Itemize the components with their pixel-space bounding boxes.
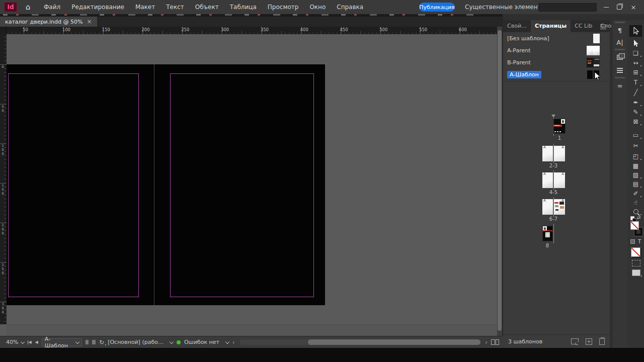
page-number-label[interactable]: 4-5 bbox=[549, 190, 557, 195]
parent-thumbnail[interactable] bbox=[593, 34, 600, 43]
rectangle-tool[interactable]: ▭ bbox=[627, 131, 644, 140]
new-page-icon[interactable] bbox=[586, 338, 592, 345]
last-spread-button[interactable]: ▶ bbox=[92, 340, 96, 344]
note-tool[interactable]: ▤ bbox=[627, 179, 644, 189]
scissors-tool[interactable]: ✂ bbox=[627, 141, 644, 150]
edit-page-size-icon[interactable] bbox=[571, 338, 579, 344]
gradient-swatch-tool-glyph: ▩ bbox=[633, 163, 638, 169]
parent-row[interactable]: B-Parent bbox=[503, 56, 610, 68]
hand-tool[interactable]: ☝ bbox=[627, 198, 644, 207]
preflight-profile[interactable]: [Основной] (рабо… bbox=[108, 339, 164, 345]
page-tool[interactable]: ❏ bbox=[627, 49, 644, 58]
zoom-tool[interactable] bbox=[627, 207, 644, 216]
panel-menu-icon[interactable] bbox=[600, 25, 606, 29]
formatting-affects-container-icon[interactable] bbox=[630, 239, 635, 244]
eyedropper-tool[interactable]: ✐ bbox=[627, 189, 644, 198]
document-canvas[interactable] bbox=[7, 34, 497, 336]
panel-tab-0[interactable]: Свой… bbox=[503, 20, 531, 32]
type-tool[interactable]: T bbox=[627, 78, 644, 87]
previous-spread-button[interactable]: ◀ bbox=[35, 340, 38, 344]
menu-item-4[interactable]: Объект bbox=[190, 0, 224, 14]
page-thumbnail[interactable]: B bbox=[542, 226, 553, 241]
fill-swatch[interactable] bbox=[630, 221, 639, 230]
menu-item-5[interactable]: Таблица bbox=[224, 0, 262, 14]
apply-none-button[interactable] bbox=[631, 247, 640, 257]
menu-item-1[interactable]: Редактирование bbox=[66, 0, 130, 14]
character-panel-icon[interactable]: A| bbox=[612, 37, 627, 47]
panel-tab-1[interactable]: Страницы bbox=[531, 20, 571, 32]
pasteboard-lower bbox=[7, 325, 497, 336]
menu-item-8[interactable]: Справка bbox=[331, 0, 369, 14]
page-thumbnail[interactable]: A bbox=[554, 146, 565, 161]
next-spread-button[interactable]: ▶ bbox=[86, 340, 89, 344]
page-number-label[interactable]: 6-7 bbox=[549, 216, 557, 222]
parent-row[interactable]: [Без шаблона] bbox=[503, 32, 610, 44]
page-number-label[interactable]: 2-3 bbox=[549, 163, 557, 168]
hand-tool-glyph: ☝ bbox=[634, 200, 637, 206]
first-spread-button[interactable]: ◀ bbox=[28, 340, 31, 344]
default-fill-stroke-icon[interactable] bbox=[630, 216, 634, 220]
paragraph-panel-icon[interactable]: ¶ bbox=[612, 25, 627, 35]
vruler-label: 200 bbox=[1, 223, 5, 235]
margin-guide-right bbox=[313, 73, 314, 297]
preflight-icon[interactable]: ↻ bbox=[99, 339, 104, 346]
page-select-dropdown[interactable]: А-Шаблон bbox=[42, 338, 82, 346]
panel-tab-2[interactable]: CC Lib bbox=[571, 20, 596, 32]
selection-tool[interactable] bbox=[629, 25, 642, 37]
minimize-button[interactable] bbox=[600, 0, 613, 14]
formatting-affects-text-icon[interactable]: T bbox=[638, 239, 641, 244]
page-number-label[interactable]: 8 bbox=[546, 243, 549, 248]
document-tab[interactable]: каталог двери.indd @ 50% × bbox=[0, 17, 97, 27]
screen-mode-button[interactable] bbox=[632, 269, 640, 276]
free-transform-tool[interactable]: ◰ bbox=[627, 152, 644, 161]
panel-group-header bbox=[615, 49, 625, 50]
page-thumbnail[interactable]: A bbox=[542, 199, 553, 215]
scroll-right-icon[interactable]: › bbox=[485, 339, 488, 345]
links-panel-icon[interactable]: ∞ bbox=[612, 80, 627, 90]
menu-item-3[interactable]: Текст bbox=[160, 0, 190, 14]
page-thumbnail[interactable]: A bbox=[554, 172, 565, 188]
parent-row[interactable]: A-Parent bbox=[503, 44, 610, 56]
menu-item-6[interactable]: Просмотр bbox=[262, 0, 304, 14]
pen-tool[interactable]: ✒ bbox=[627, 98, 644, 107]
publish-button[interactable]: Публикация bbox=[419, 3, 455, 12]
horizontal-scrollbar[interactable] bbox=[239, 339, 481, 345]
line-tool[interactable]: ╱ bbox=[627, 88, 644, 97]
home-icon[interactable]: ⌂ bbox=[26, 0, 31, 14]
zoom-lens-glyph bbox=[633, 209, 638, 214]
align-panel-icon[interactable] bbox=[612, 65, 627, 75]
zoom-level-control[interactable]: 40% bbox=[6, 339, 24, 345]
frame-tool[interactable]: ⊠ bbox=[627, 117, 644, 126]
menu-item-2[interactable]: Макет bbox=[130, 0, 160, 14]
formatting-affects-controls[interactable]: T bbox=[627, 239, 644, 244]
page-content-textline bbox=[554, 131, 561, 132]
page-thumbnail[interactable]: A bbox=[542, 172, 553, 188]
page-thumbnail[interactable]: A bbox=[554, 199, 565, 215]
search-input[interactable] bbox=[538, 3, 597, 12]
page-number-label[interactable]: 1 bbox=[558, 135, 561, 141]
gradient-feather-tool[interactable]: ▨ bbox=[627, 170, 644, 179]
tab-close-icon[interactable]: × bbox=[87, 19, 92, 25]
menu-item-7[interactable]: Окно bbox=[304, 0, 331, 14]
page-spread[interactable] bbox=[7, 64, 325, 305]
view-options-icon[interactable] bbox=[632, 260, 640, 266]
page-thumbnail[interactable]: B bbox=[553, 119, 566, 134]
parent-thumbnail[interactable] bbox=[587, 46, 600, 55]
pencil-tool[interactable]: ✎ bbox=[627, 108, 644, 117]
spread-view-icon[interactable] bbox=[491, 339, 499, 345]
gradient-swatch-tool[interactable]: ▩ bbox=[627, 161, 644, 170]
content-collector-tool[interactable]: ⊞ bbox=[627, 68, 644, 77]
menu-item-0[interactable]: Файл bbox=[38, 0, 66, 14]
scroll-left-icon[interactable]: ‹ bbox=[232, 339, 235, 345]
parent-thumbnail[interactable] bbox=[587, 58, 600, 67]
horizontal-scrollbar-thumb[interactable] bbox=[308, 339, 480, 345]
vertical-scrollbar-thumb[interactable] bbox=[498, 30, 502, 331]
restore-button[interactable] bbox=[613, 0, 626, 14]
gap-tool[interactable]: ↔ bbox=[627, 58, 644, 67]
delete-page-icon[interactable] bbox=[599, 339, 605, 345]
page-thumbnail[interactable]: A bbox=[542, 146, 553, 161]
layers-panel-icon[interactable] bbox=[612, 52, 627, 62]
layers-glyph bbox=[617, 55, 623, 60]
close-button[interactable]: × bbox=[627, 0, 640, 14]
direct-selection-tool[interactable] bbox=[627, 39, 644, 48]
